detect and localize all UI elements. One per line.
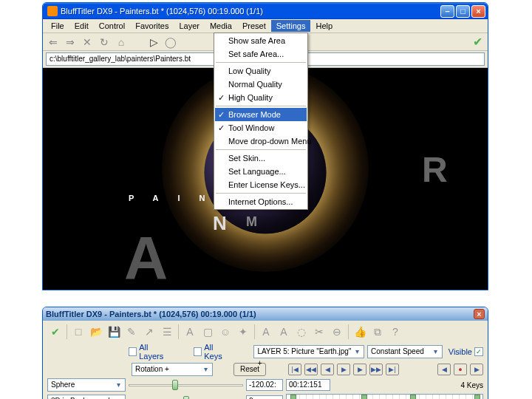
main-titlebar: BluffTitler DX9 - Painters.bt * (1024,57… <box>43 3 488 19</box>
tool-icon-12[interactable]: A <box>258 324 274 340</box>
menu-edit[interactable]: Edit <box>69 20 94 32</box>
scene-letter-big-a: A <box>124 223 168 290</box>
close-button[interactable]: × <box>471 5 485 18</box>
scene-letter-big-r: R <box>422 149 448 190</box>
tool-icon-13[interactable]: A <box>276 324 292 340</box>
easing-select[interactable]: Constant Speed <box>367 345 443 358</box>
row2-slider[interactable] <box>129 395 243 399</box>
tool-toolbar: ✔ □ 📂 💾 ✎ ↗ ☰ A ▢ ☺ ✦ A A ◌ ✂ ⊖ 👍 ⧉ ? <box>47 324 483 343</box>
timecode-field[interactable]: 00:12:151 <box>286 379 330 391</box>
main-title: BluffTitler DX9 - Painters.bt * (1024,57… <box>61 7 440 16</box>
app-logo-icon: ✔ <box>470 35 485 50</box>
stop-button[interactable]: ✕ <box>80 35 95 50</box>
menu-tool-window[interactable]: Tool Window <box>215 121 307 134</box>
loop-button[interactable]: ◯ <box>163 35 178 50</box>
property-select[interactable]: Rotation + <box>132 363 213 376</box>
timeline[interactable] <box>286 394 483 399</box>
menu-set-safe-area[interactable]: Set safe Area... <box>215 47 307 61</box>
menu-media[interactable]: Media <box>205 20 237 32</box>
app-icon <box>47 6 58 16</box>
all-layers-checkbox[interactable]: All Layers <box>129 343 174 361</box>
text-tool-icon[interactable]: A <box>182 324 198 340</box>
menu-settings[interactable]: Settings <box>271 20 311 32</box>
menu-layer[interactable]: Layer <box>174 20 205 32</box>
open-icon[interactable]: 📂 <box>88 324 104 340</box>
tool-icon-11[interactable]: ✦ <box>235 324 251 340</box>
save-icon[interactable]: 💾 <box>106 324 122 340</box>
tool-title: BluffTitler DX9 - Painters.bt * (1024,57… <box>46 310 256 318</box>
menu-preset[interactable]: Preset <box>237 20 271 32</box>
tool-icon-16[interactable]: ⊖ <box>329 324 345 340</box>
first-frame-button[interactable]: |◀ <box>288 364 301 375</box>
settings-dropdown: Show safe Area Set safe Area... Low Qual… <box>214 33 308 210</box>
tool-titlebar: BluffTitler DX9 - Painters.bt * (1024,57… <box>43 307 488 321</box>
next-frame-button[interactable]: ▶ <box>353 364 366 375</box>
menu-file[interactable]: File <box>46 20 69 32</box>
row1-slider[interactable] <box>129 379 243 391</box>
menu-show-safe-area[interactable]: Show safe Area <box>215 34 307 47</box>
back-button[interactable]: ⇐ <box>46 35 61 50</box>
menu-license-keys[interactable]: Enter License Keys... <box>215 178 307 191</box>
menu-favorites[interactable]: Favorites <box>130 20 174 32</box>
tool-icon-10[interactable]: ☺ <box>217 324 233 340</box>
rec-next-button[interactable]: ▶ <box>470 364 483 375</box>
help-icon[interactable]: ? <box>387 324 403 340</box>
visible-checkbox[interactable]: Visible✓ <box>449 347 483 356</box>
menu-normal-quality[interactable]: Normal Quality <box>215 78 307 91</box>
next-key-button[interactable]: ▶▶ <box>369 364 383 375</box>
forward-button[interactable]: ⇒ <box>63 35 78 50</box>
tool-close-button[interactable]: × <box>474 309 485 319</box>
tool-icon-18[interactable]: ⧉ <box>369 324 386 340</box>
rec-prev-button[interactable]: ◀ <box>437 364 451 375</box>
menu-control[interactable]: Control <box>94 20 130 32</box>
keys-count-label: 4 Keys <box>460 381 483 389</box>
tool-icon-7[interactable]: ☰ <box>159 324 175 340</box>
menu-help[interactable]: Help <box>310 20 338 32</box>
prev-key-button[interactable]: ◀◀ <box>304 364 318 375</box>
tool-icon-17[interactable]: 👍 <box>352 324 368 340</box>
all-keys-checkbox[interactable]: All Keys <box>194 343 233 361</box>
layer-select[interactable]: LAYER 5: Picture "Earth.jpg" + <box>253 345 364 358</box>
menu-browser-mode[interactable]: Browser Mode <box>215 108 307 121</box>
home-button[interactable]: ⌂ <box>114 35 129 50</box>
play-toggle-button[interactable]: ▶ <box>337 364 350 375</box>
row2-value[interactable]: 0 <box>246 395 283 399</box>
scene-letter-n: N <box>213 212 227 235</box>
minimize-button[interactable]: – <box>440 5 454 18</box>
play-button[interactable]: ▷ <box>146 35 161 50</box>
menu-high-quality[interactable]: High Quality <box>215 91 307 104</box>
scene-letter-m: M <box>246 214 257 230</box>
last-frame-button[interactable]: ▶| <box>386 364 399 375</box>
cut-icon[interactable]: ✂ <box>311 324 327 340</box>
row1-value[interactable]: -120.02: <box>246 379 283 391</box>
refresh-button[interactable]: ↻ <box>97 35 112 50</box>
tool-icon-6[interactable]: ↗ <box>141 324 157 340</box>
menu-set-skin[interactable]: Set Skin... <box>215 151 307 165</box>
tool-icon-9[interactable]: ▢ <box>200 324 216 340</box>
menubar: File Edit Control Favorites Layer Media … <box>43 19 488 33</box>
maximize-button[interactable]: □ <box>456 5 470 18</box>
row1-select[interactable]: Sphere <box>47 378 126 392</box>
tool-icon-1[interactable]: ✔ <box>47 324 64 340</box>
rec-button[interactable]: ● <box>454 364 467 375</box>
tool-icon-5[interactable]: ✎ <box>123 324 140 340</box>
menu-set-language[interactable]: Set Language... <box>215 165 307 178</box>
new-icon[interactable]: □ <box>70 324 86 340</box>
menu-low-quality[interactable]: Low Quality <box>215 64 307 78</box>
tool-icon-14[interactable]: ◌ <box>293 324 310 340</box>
menu-internet-options[interactable]: Internet Options... <box>215 195 307 208</box>
menu-move-dropdown[interactable]: Move drop-down Menu <box>215 134 307 148</box>
row2-select[interactable]: 3D in Background <box>47 395 126 399</box>
prev-frame-button[interactable]: ◀ <box>321 364 334 375</box>
